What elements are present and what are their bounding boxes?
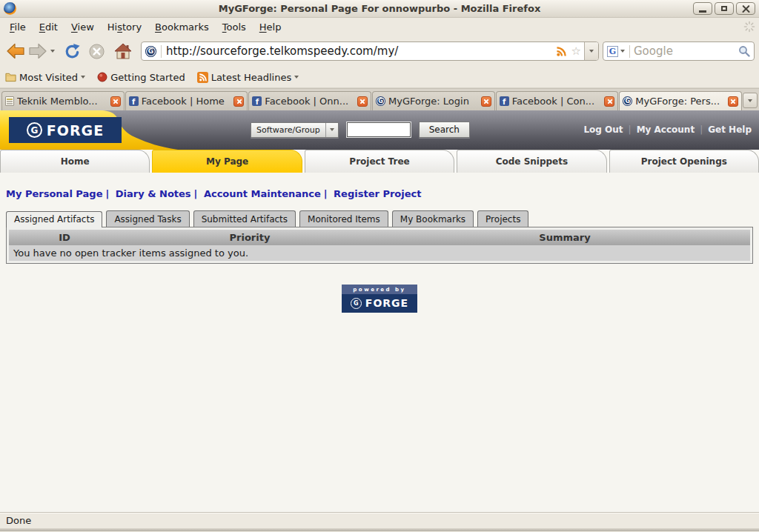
search-input[interactable]	[632, 44, 738, 59]
bookmark-latest-headlines[interactable]: Latest Headlines	[197, 72, 299, 83]
subtab-assigned-artifacts[interactable]: Assigned Artifacts	[6, 211, 102, 227]
minimize-button[interactable]	[693, 2, 712, 15]
rss-feed-icon[interactable]	[556, 46, 567, 57]
gforge-logo-text: FORGE	[47, 122, 104, 139]
nav-tab-home[interactable]: Home	[0, 150, 150, 173]
divider: |	[700, 124, 703, 135]
nav-tab-project-openings[interactable]: Project Openings	[609, 150, 759, 173]
browser-tab-facebook-con[interactable]: f Facebook | Con...	[496, 91, 619, 110]
tab-title: Facebook | Con...	[512, 96, 602, 107]
window-titlebar: MyGForge: Personal Page For onnowpurbo -…	[0, 0, 759, 18]
gforge-g-icon: G	[351, 298, 362, 309]
nav-tab-code-snippets[interactable]: Code Snippets	[457, 150, 606, 173]
throbber-icon	[743, 21, 755, 36]
gforge-search-button[interactable]: Search	[419, 122, 470, 138]
bookmark-most-visited[interactable]: Most Visited	[5, 72, 85, 83]
gforge-search-area: Software/Group Search	[251, 122, 470, 138]
browser-tab-teknik[interactable]: Teknik Memblo...	[1, 91, 125, 110]
maximize-button[interactable]	[715, 2, 734, 15]
home-button[interactable]	[113, 41, 133, 61]
gforge-header: G FORGE Software/Group Search Log Out | …	[0, 110, 759, 150]
divider: |	[321, 188, 331, 199]
nav-tab-my-page[interactable]: My Page	[152, 150, 302, 173]
artifact-sub-tabs: Assigned Artifacts Assigned Tasks Submit…	[6, 210, 759, 227]
menu-tools[interactable]: Tools	[216, 19, 253, 35]
gforge-favicon: G	[145, 46, 156, 57]
logout-link[interactable]: Log Out	[583, 124, 623, 135]
search-bar[interactable]: G	[603, 41, 755, 61]
subtab-projects[interactable]: Projects	[477, 210, 528, 227]
empty-message: You have no open tracker items assigned …	[9, 245, 750, 261]
table-row: You have no open tracker items assigned …	[9, 245, 750, 261]
window-bottom-edge	[0, 528, 759, 531]
gforge-logo[interactable]: G FORGE	[9, 117, 122, 143]
subtab-assigned-tasks[interactable]: Assigned Tasks	[106, 210, 189, 227]
chevron-down-icon	[81, 76, 85, 79]
page-content: G FORGE Software/Group Search Log Out | …	[0, 110, 759, 512]
google-engine-icon[interactable]: G	[607, 46, 618, 57]
menu-edit[interactable]: Edit	[33, 19, 64, 35]
powered-by-gforge-logo[interactable]: powered by G FORGE	[342, 285, 417, 313]
back-forward-dropdown[interactable]	[49, 48, 56, 54]
my-account-link[interactable]: My Account	[637, 124, 695, 135]
tab-close-button[interactable]	[233, 96, 244, 107]
menu-bookmarks[interactable]: Bookmarks	[148, 19, 216, 35]
subtab-submitted-artifacts[interactable]: Submitted Artifacts	[193, 210, 296, 227]
tab-title: Facebook | Home	[142, 96, 231, 107]
url-input[interactable]	[166, 44, 554, 58]
diary-notes-link[interactable]: Diary & Notes	[116, 188, 191, 199]
stop-button[interactable]	[87, 41, 107, 61]
tab-close-button[interactable]	[110, 96, 121, 107]
tab-title: Facebook | Onn...	[265, 96, 354, 107]
subtab-monitored-items[interactable]: Monitored Items	[299, 210, 388, 227]
minimize-icon	[699, 10, 706, 13]
browser-tab-mygforge-login[interactable]: G MyGForge: Login	[372, 91, 495, 110]
menu-history[interactable]: History	[101, 19, 148, 35]
forward-button[interactable]	[27, 41, 49, 61]
personal-links-row: My Personal Page| Diary & Notes| Account…	[0, 173, 759, 199]
url-history-dropdown[interactable]	[584, 42, 598, 60]
search-engine-dropdown[interactable]	[618, 50, 627, 53]
software-group-select[interactable]: Software/Group	[251, 122, 339, 138]
reload-button[interactable]	[62, 41, 82, 61]
bookmark-star-icon[interactable]: ☆	[571, 46, 581, 57]
chevron-down-icon	[294, 76, 299, 79]
bookmark-getting-started[interactable]: Getting Started	[97, 72, 185, 83]
gforge-search-input[interactable]	[347, 122, 411, 137]
status-text: Done	[6, 515, 31, 526]
close-button[interactable]	[736, 2, 755, 15]
get-help-link[interactable]: Get Help	[708, 124, 752, 135]
my-personal-page-link[interactable]: My Personal Page	[6, 188, 102, 199]
chevron-down-icon	[50, 50, 55, 53]
col-header-summary: Summary	[380, 230, 750, 245]
account-maintenance-link[interactable]: Account Maintenance	[204, 188, 321, 199]
gforge-favicon: G	[623, 96, 632, 106]
menu-view[interactable]: View	[64, 19, 101, 35]
url-bar[interactable]: G ☆	[141, 41, 599, 61]
tab-close-button[interactable]	[481, 96, 491, 107]
divider	[629, 45, 630, 58]
col-header-id: ID	[9, 230, 120, 245]
divider: |	[191, 188, 201, 199]
browser-tab-strip: Teknik Memblo... f Facebook | Home f Fac…	[0, 88, 759, 110]
chevron-down-icon	[589, 50, 594, 53]
list-all-tabs-button[interactable]	[743, 93, 758, 108]
menu-file[interactable]: File	[3, 19, 33, 35]
firefox-icon	[4, 2, 16, 15]
tab-close-button[interactable]	[357, 96, 368, 107]
tab-close-button[interactable]	[604, 96, 614, 107]
tab-close-button[interactable]	[728, 96, 738, 107]
back-button[interactable]	[4, 41, 27, 61]
nav-tab-project-tree[interactable]: Project Tree	[305, 150, 454, 173]
browser-tab-facebook-onn[interactable]: f Facebook | Onn...	[248, 91, 371, 110]
gforge-nav-tabs: Home My Page Project Tree Code Snippets …	[0, 150, 759, 173]
browser-tab-facebook-home[interactable]: f Facebook | Home	[125, 91, 248, 110]
chevron-down-icon	[330, 128, 334, 131]
subtab-my-bookmarks[interactable]: My Bookmarks	[392, 210, 474, 227]
menu-help[interactable]: Help	[253, 19, 288, 35]
divider: |	[102, 188, 112, 199]
register-project-link[interactable]: Register Project	[334, 188, 421, 199]
search-magnifier-icon[interactable]	[738, 45, 750, 57]
artifacts-table: ID Priority Summary You have no open tra…	[9, 230, 750, 261]
browser-tab-mygforge-personal[interactable]: G MyGForge: Pers...	[619, 91, 742, 110]
